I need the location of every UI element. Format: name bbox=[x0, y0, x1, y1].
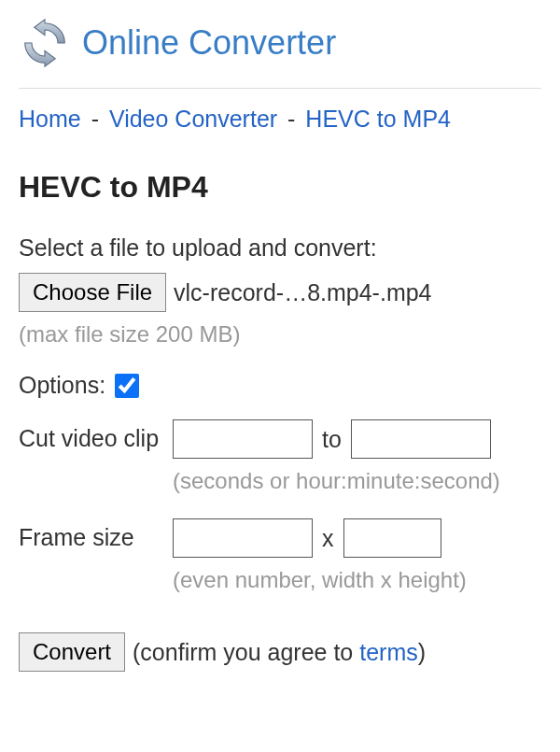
max-file-size-hint: (max file size 200 MB) bbox=[19, 321, 541, 348]
terms-link[interactable]: terms bbox=[359, 639, 418, 665]
page-title: HEVC to MP4 bbox=[19, 170, 541, 205]
convert-row: Convert (confirm you agree to terms) bbox=[19, 632, 541, 672]
options-grid: Cut video clip to (seconds or hour:minut… bbox=[19, 419, 541, 608]
confirm-suffix: ) bbox=[418, 639, 426, 665]
brand-name[interactable]: Online Converter bbox=[82, 23, 336, 63]
breadcrumb-video-converter[interactable]: Video Converter bbox=[109, 106, 277, 132]
options-row: Options: bbox=[19, 372, 541, 399]
options-checkbox[interactable] bbox=[115, 374, 139, 398]
frame-hint: (even number, width x height) bbox=[173, 567, 541, 593]
cut-to-input[interactable] bbox=[351, 419, 491, 459]
frame-height-input[interactable] bbox=[343, 518, 441, 558]
convert-button[interactable]: Convert bbox=[19, 632, 125, 672]
frame-size-label: Frame size bbox=[19, 518, 173, 551]
cut-hint: (seconds or hour:minute:second) bbox=[173, 468, 541, 494]
refresh-icon bbox=[19, 17, 71, 69]
site-header: Online Converter bbox=[19, 9, 541, 89]
frame-x-text: x bbox=[322, 525, 334, 552]
cut-video-label: Cut video clip bbox=[19, 419, 173, 452]
cut-to-text: to bbox=[322, 426, 342, 453]
breadcrumb-hevc-to-mp4[interactable]: HEVC to MP4 bbox=[305, 106, 451, 132]
confirm-prefix: (confirm you agree to bbox=[133, 639, 359, 665]
breadcrumb-separator: - bbox=[287, 106, 295, 132]
frame-width-input[interactable] bbox=[173, 518, 313, 558]
options-label: Options: bbox=[19, 372, 105, 399]
breadcrumb: Home - Video Converter - HEVC to MP4 bbox=[19, 89, 541, 149]
file-picker-row: Choose File vlc-record-…8.mp4-.mp4 bbox=[19, 273, 541, 312]
breadcrumb-separator: - bbox=[91, 106, 99, 132]
cut-from-input[interactable] bbox=[173, 419, 313, 459]
selected-file-name: vlc-record-…8.mp4-.mp4 bbox=[174, 279, 431, 306]
choose-file-button[interactable]: Choose File bbox=[19, 273, 166, 312]
file-instruction: Select a file to upload and convert: bbox=[19, 234, 541, 262]
breadcrumb-home[interactable]: Home bbox=[19, 106, 81, 132]
confirm-text: (confirm you agree to terms) bbox=[133, 639, 426, 666]
